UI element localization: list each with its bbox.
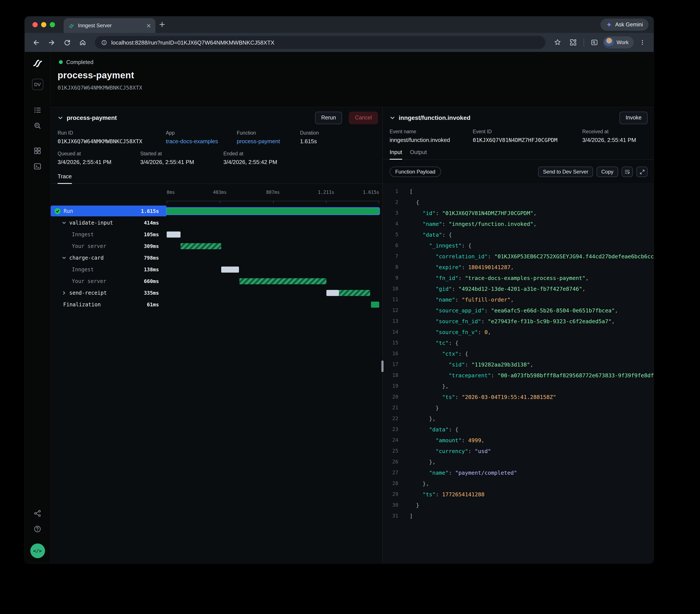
env-badge[interactable]: DV [32,79,43,90]
trace-row[interactable]: Inngest105ms [51,229,382,240]
zoom-button[interactable] [50,22,55,27]
word-wrap-icon[interactable] [622,167,633,177]
code-line: 27 "name": "payment/completed" [386,467,654,478]
trace-row[interactable]: charge-card798ms [51,252,382,264]
code-line: 24 "amount": 4999, [386,435,654,446]
back-button[interactable] [29,36,43,49]
line-number: 12 [386,305,398,316]
trace-step-name: charge-card [69,255,104,261]
line-number: 13 [386,316,398,327]
line-number: 26 [386,457,398,467]
profile-chip[interactable]: Work [603,36,634,49]
meta-ended-at: Ended at 3/4/2026, 2:55:42 PM [223,151,375,165]
line-number: 9 [386,272,398,283]
trace-row[interactable]: Inngest138ms [51,264,382,275]
help-icon[interactable] [30,522,45,536]
function-link[interactable]: process-payment [237,138,300,144]
inngest-logo [32,58,43,69]
status-dot [59,60,63,64]
line-number: 21 [386,402,398,413]
run-panel-title: process-payment [67,114,117,121]
terminal-icon[interactable] [30,159,45,173]
share-icon[interactable] [30,506,45,520]
trace-row[interactable]: Your server309ms [51,240,382,252]
copy-button[interactable]: Copy [597,167,618,177]
trace-step-name: Your server [72,278,106,284]
dev-tools-button[interactable]: </> [30,543,45,558]
toolbar-separator [584,38,584,47]
sidebar-search-icon[interactable] [587,36,601,49]
meta-queued-at: Queued at 3/4/2026, 2:55:41 PM [58,151,140,165]
ask-gemini-button[interactable]: Ask Gemini [600,18,649,31]
avatar [604,38,614,47]
new-tab-button[interactable] [159,21,165,27]
invoke-button[interactable]: Invoke [620,112,648,124]
apps-grid-icon[interactable] [30,144,45,157]
axis-tick-label: 0ms [167,190,175,195]
trace-step-duration: 105ms [144,231,159,237]
extensions-puzzle-icon[interactable] [566,36,580,49]
trace-row[interactable]: send-receipt335ms [51,287,382,298]
line-number: 7 [386,251,398,262]
code-line: 12 "source_app_id": "eea6afc5-e66d-5b26-… [386,305,654,316]
address-bar[interactable]: localhost:8288/run?runID=01KJX6Q7W64NMKM… [95,36,546,49]
chevron-down-icon[interactable] [58,115,63,120]
line-number: 4 [386,218,398,229]
page-run-id: 01KJX6Q7W64NMKMWBNKCJ58XTX [58,85,654,91]
code-editor[interactable]: 1[2 {3 "id": "01KJX6Q7V81N4DMZ7HFJ0CGPDM… [383,183,654,563]
minimize-button[interactable] [41,22,46,27]
site-info-icon[interactable] [101,39,107,46]
trace-row[interactable]: Finalization61ms [51,298,382,310]
event-meta-row: Event name inngest/function.invoked Even… [383,129,654,143]
home-button[interactable] [76,36,90,49]
line-number: 16 [386,348,398,359]
close-button[interactable] [33,22,38,27]
kebab-menu-icon[interactable] [636,36,649,49]
event-panel: inngest/function.invoked Invoke Event na… [383,107,654,563]
cancel-button[interactable]: Cancel [349,112,378,124]
line-number: 8 [386,262,398,272]
axis-tick-label: 807ms [266,190,280,195]
app-link[interactable]: trace-docs-examples [166,138,237,144]
tab-input[interactable]: Input [390,149,402,160]
chevron-down-icon[interactable] [390,115,395,120]
code-line: 3 "id": "01KJX6Q7V81N4DMZ7HFJ0CGPDM", [386,208,654,218]
tab-output[interactable]: Output [410,149,427,160]
panel-resize-handle[interactable] [382,360,384,372]
function-payload-pill[interactable]: Function Payload [390,167,441,177]
code-icon: </> [33,548,42,554]
reload-button[interactable] [60,36,74,49]
tab-close-icon[interactable] [146,23,151,28]
rerun-button[interactable]: Rerun [315,112,342,124]
forward-button[interactable] [45,36,59,49]
tab-trace[interactable]: Trace [58,173,72,184]
line-number: 29 [386,489,398,500]
browser-tab[interactable]: Inngest Server [64,18,155,33]
trace-bar-segment [167,231,180,237]
trace-bar-segment [221,266,239,272]
event-search-icon[interactable] [30,118,45,132]
runs-list-icon[interactable] [30,103,45,117]
chevron-down-icon[interactable] [62,220,66,225]
trace-bar-segment [167,208,379,214]
bookmark-star-icon[interactable] [551,36,564,49]
run-panel: process-payment Rerun Cancel Run ID 01KJ… [51,107,382,563]
code-line: 5 "data": { [386,229,654,240]
expand-icon[interactable] [636,167,648,177]
trace-step-duration: 335ms [144,290,159,296]
trace-row[interactable]: Run1.615s [51,205,382,217]
trace-row[interactable]: Your server660ms [51,275,382,287]
send-to-dev-server-button[interactable]: Send to Dev Server [538,167,593,177]
profile-name: Work [616,39,628,46]
line-number: 1 [386,186,398,197]
chevron-down-icon[interactable] [62,256,66,260]
tab-title: Inngest Server [78,23,143,28]
chevron-right-icon[interactable] [62,291,66,295]
app-main: Completed process-payment 01KJX6Q7W64NMK… [51,52,654,563]
trace-row[interactable]: validate-input414ms [51,217,382,229]
meta-received-at: Received at 3/4/2026, 2:55:41 PM [582,129,647,143]
trace-bar-segment [326,290,339,296]
code-line: 16 "ctx": { [386,348,654,359]
ask-gemini-label: Ask Gemini [615,22,643,28]
trace-step-name: Finalization [63,302,101,307]
